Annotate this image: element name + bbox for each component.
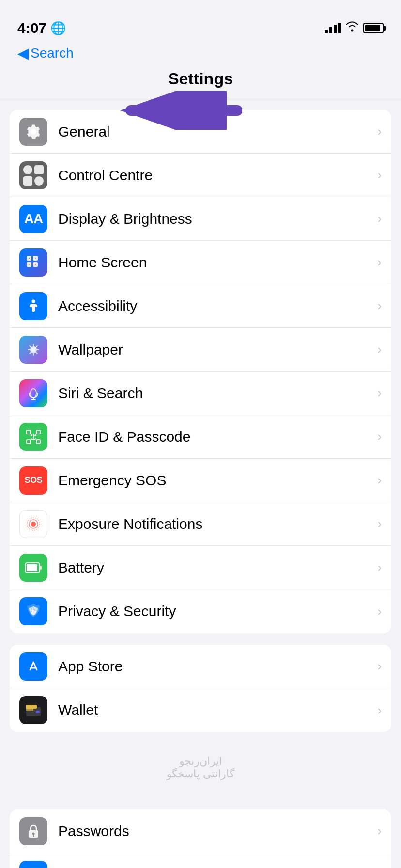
- settings-row-general[interactable]: General ›: [10, 110, 391, 154]
- siri-search-label: Siri & Search: [58, 385, 373, 402]
- svg-rect-16: [36, 430, 40, 434]
- settings-row-privacy-security[interactable]: Privacy & Security ›: [10, 589, 391, 633]
- accessibility-icon: [19, 292, 47, 320]
- watermark: ایران‌رنجو گارانتی پاسخگو: [167, 755, 234, 780]
- svg-rect-8: [35, 264, 36, 265]
- svg-rect-28: [27, 564, 37, 571]
- time-label: 4:07: [17, 20, 46, 36]
- svg-rect-33: [36, 711, 40, 713]
- privacy-security-chevron: ›: [377, 604, 382, 619]
- svg-rect-17: [27, 440, 31, 444]
- watermark-line1: ایران‌رنجو: [167, 755, 234, 768]
- watermark-line2: گارانتی پاسخگو: [167, 768, 234, 780]
- settings-group-3: Passwords › Mail ›: [10, 809, 391, 868]
- battery-icon: [19, 554, 47, 582]
- settings-row-control-centre[interactable]: Control Centre ›: [10, 154, 391, 197]
- svg-rect-5: [29, 258, 30, 259]
- display-brightness-label: Display & Brightness: [58, 211, 373, 227]
- emergency-sos-icon: SOS: [19, 466, 47, 495]
- app-store-chevron: ›: [377, 659, 382, 674]
- back-label[interactable]: Search: [31, 46, 74, 61]
- general-label: General: [58, 124, 373, 140]
- general-icon: [19, 118, 47, 146]
- wallpaper-chevron: ›: [377, 342, 382, 357]
- svg-point-20: [34, 434, 36, 436]
- home-screen-icon: [19, 248, 47, 277]
- svg-rect-6: [35, 258, 36, 259]
- settings-row-display-brightness[interactable]: AA Display & Brightness ›: [10, 197, 391, 241]
- svg-rect-7: [29, 264, 30, 265]
- face-id-chevron: ›: [377, 429, 382, 444]
- accessibility-chevron: ›: [377, 298, 382, 313]
- svg-rect-27: [40, 566, 42, 570]
- settings-group-1: General › Control Centre › AA Display & …: [10, 110, 391, 633]
- home-screen-chevron: ›: [377, 255, 382, 270]
- app-store-label: App Store: [58, 658, 373, 675]
- display-brightness-chevron: ›: [377, 211, 382, 226]
- svg-rect-18: [36, 440, 40, 444]
- nav-bar: ◀ Search: [0, 43, 401, 67]
- privacy-security-icon: [19, 597, 47, 625]
- settings-row-wallet[interactable]: Wallet ›: [10, 688, 391, 732]
- face-id-label: Face ID & Passcode: [58, 429, 373, 445]
- svg-rect-32: [26, 707, 33, 711]
- page-title-bar: Settings: [0, 67, 401, 98]
- wifi-icon: [346, 21, 358, 35]
- svg-point-9: [32, 299, 35, 303]
- svg-rect-15: [27, 430, 31, 434]
- exposure-notifications-label: Exposure Notifications: [58, 516, 373, 532]
- emergency-sos-label: Emergency SOS: [58, 472, 373, 489]
- wallet-chevron: ›: [377, 703, 382, 718]
- settings-row-exposure-notifications[interactable]: Exposure Notifications ›: [10, 502, 391, 546]
- settings-row-accessibility[interactable]: Accessibility ›: [10, 284, 391, 328]
- battery-label: Battery: [58, 559, 373, 576]
- back-button[interactable]: ◀ Search: [17, 45, 74, 62]
- settings-group-2: App Store › Wallet ›: [10, 645, 391, 732]
- settings-row-mail[interactable]: Mail ›: [10, 853, 391, 868]
- passwords-label: Passwords: [58, 823, 373, 839]
- svg-point-22: [31, 522, 36, 527]
- battery-status-icon: [363, 23, 384, 33]
- passwords-chevron: ›: [377, 823, 382, 838]
- face-id-icon: [19, 423, 47, 451]
- siri-search-chevron: ›: [377, 386, 382, 401]
- privacy-security-label: Privacy & Security: [58, 603, 373, 620]
- control-centre-icon: [19, 161, 47, 189]
- svg-point-11: [31, 348, 35, 352]
- general-chevron: ›: [377, 124, 382, 139]
- passwords-icon: [19, 817, 47, 845]
- signal-icon: [325, 23, 341, 33]
- svg-point-12: [31, 389, 36, 398]
- page-title: Settings: [17, 69, 384, 88]
- settings-row-face-id[interactable]: Face ID & Passcode ›: [10, 415, 391, 459]
- emergency-sos-chevron: ›: [377, 473, 382, 488]
- wallet-label: Wallet: [58, 702, 373, 718]
- settings-row-emergency-sos[interactable]: SOS Emergency SOS ›: [10, 459, 391, 502]
- settings-row-home-screen[interactable]: Home Screen ›: [10, 241, 391, 284]
- siri-icon: [19, 379, 47, 407]
- display-brightness-icon: AA: [19, 205, 47, 233]
- accessibility-label: Accessibility: [58, 298, 373, 314]
- settings-row-passwords[interactable]: Passwords ›: [10, 809, 391, 853]
- settings-row-battery[interactable]: Battery ›: [10, 546, 391, 589]
- globe-icon: 🌐: [50, 21, 66, 36]
- settings-row-app-store[interactable]: App Store ›: [10, 645, 391, 688]
- home-screen-label: Home Screen: [58, 254, 373, 271]
- back-chevron-icon: ◀: [17, 45, 29, 62]
- wallpaper-icon: [19, 336, 47, 364]
- svg-point-19: [31, 434, 32, 436]
- control-centre-chevron: ›: [377, 168, 382, 183]
- settings-row-wallpaper[interactable]: Wallpaper ›: [10, 328, 391, 372]
- exposure-icon: [19, 510, 47, 538]
- app-store-icon: [19, 652, 47, 681]
- status-icons: [325, 21, 384, 35]
- control-centre-label: Control Centre: [58, 167, 373, 184]
- mail-icon: [19, 861, 47, 868]
- status-bar: 4:07 🌐: [0, 0, 401, 43]
- wallet-icon: [19, 696, 47, 724]
- wallpaper-label: Wallpaper: [58, 341, 373, 358]
- settings-row-siri-search[interactable]: Siri & Search ›: [10, 372, 391, 415]
- exposure-notifications-chevron: ›: [377, 516, 382, 531]
- battery-chevron: ›: [377, 560, 382, 575]
- status-time: 4:07 🌐: [17, 20, 66, 36]
